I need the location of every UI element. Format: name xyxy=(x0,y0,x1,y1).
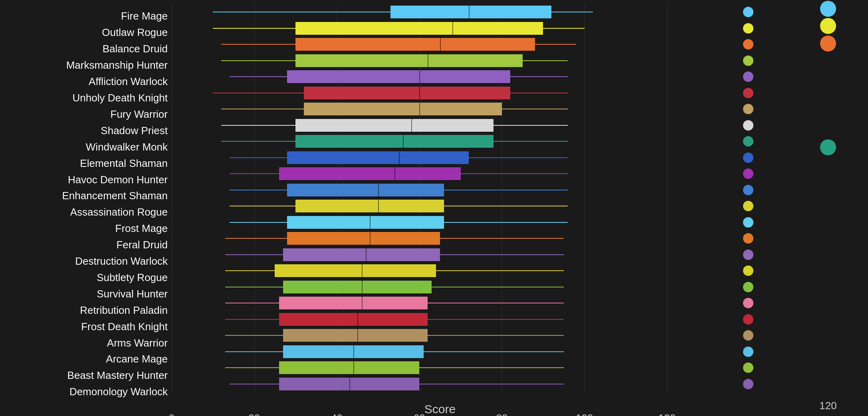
plot-area: 020406080100120 Score xyxy=(172,0,708,416)
iqr-box xyxy=(295,22,543,35)
box-row xyxy=(172,247,708,263)
box-row xyxy=(172,327,708,343)
median-line xyxy=(440,38,441,51)
legend-dot xyxy=(743,282,753,292)
y-label: Feral Druid xyxy=(116,240,168,250)
iqr-box xyxy=(287,216,444,229)
iqr-box xyxy=(275,264,436,277)
y-label: Arms Warrior xyxy=(107,338,168,348)
iqr-box xyxy=(283,329,428,342)
iqr-box xyxy=(295,38,535,51)
iqr-box xyxy=(295,135,493,148)
box-row xyxy=(172,198,708,214)
median-line xyxy=(394,167,395,180)
legend-dot xyxy=(743,168,753,179)
x-axis-label: 120 xyxy=(658,412,676,416)
iqr-box xyxy=(279,167,461,180)
median-line xyxy=(362,264,363,277)
x-axis-label: 60 xyxy=(414,412,425,416)
box-row xyxy=(172,230,708,246)
legend-dot xyxy=(743,55,753,66)
median-line xyxy=(362,281,363,293)
box-row xyxy=(172,376,708,392)
iqr-box xyxy=(287,70,510,83)
y-label: Unholy Death Knight xyxy=(73,93,168,103)
iqr-box xyxy=(279,313,428,326)
box-row xyxy=(172,150,708,166)
median-line xyxy=(469,6,470,18)
median-line xyxy=(378,184,379,196)
legend-dot xyxy=(743,71,753,82)
y-label: Affliction Warlock xyxy=(89,76,168,87)
y-label: Shadow Priest xyxy=(101,125,168,136)
box-row xyxy=(172,214,708,230)
y-label: Demonology Warlock xyxy=(69,386,168,397)
median-line xyxy=(419,70,420,83)
box-row xyxy=(172,182,708,198)
x-axis-label: 80 xyxy=(496,412,508,416)
box-row xyxy=(172,360,708,376)
legend-dot xyxy=(743,153,753,163)
y-label: Balance Druid xyxy=(103,44,168,54)
iqr-box xyxy=(283,248,440,261)
legend-dot xyxy=(743,347,753,357)
iqr-box xyxy=(295,200,444,212)
iqr-box xyxy=(279,361,420,374)
iqr-box xyxy=(287,232,440,245)
legend-dot xyxy=(743,23,753,34)
chart-container: Fire MageOutlaw RogueBalance DruidMarksm… xyxy=(0,0,868,416)
y-label: Elemental Shaman xyxy=(80,158,168,168)
box-row xyxy=(172,295,708,311)
boxes-area xyxy=(172,4,708,392)
dot-area xyxy=(708,0,788,416)
outlier-dot xyxy=(820,1,836,17)
legend-dot xyxy=(743,104,753,114)
legend-dot xyxy=(743,379,753,389)
y-label: Enhancement Shaman xyxy=(62,190,168,201)
iqr-box xyxy=(283,281,432,293)
legend-dot xyxy=(743,185,753,195)
legend-dot xyxy=(743,314,753,325)
y-label: Havoc Demon Hunter xyxy=(68,174,168,185)
box-row xyxy=(172,344,708,360)
legend-dot xyxy=(743,201,753,211)
y-label: Subtlety Rogue xyxy=(97,272,168,283)
box-row xyxy=(172,117,708,133)
iqr-box xyxy=(304,87,510,99)
box-row xyxy=(172,263,708,279)
legend-dot xyxy=(743,217,753,228)
median-line xyxy=(378,200,379,212)
legend-dot xyxy=(743,363,753,373)
iqr-box xyxy=(295,119,493,132)
box-row xyxy=(172,53,708,69)
x-axis-title: Score xyxy=(424,402,456,416)
iqr-box xyxy=(279,297,428,309)
median-line xyxy=(419,87,420,99)
legend-dot xyxy=(743,88,753,98)
y-label: Retribution Paladin xyxy=(80,305,168,315)
legend-dot xyxy=(743,250,753,260)
y-label: Windwalker Monk xyxy=(86,142,168,152)
legend-dot xyxy=(743,298,753,308)
legend-dot xyxy=(743,136,753,147)
median-line xyxy=(353,361,354,374)
y-labels: Fire MageOutlaw RogueBalance DruidMarksm… xyxy=(0,0,172,416)
median-line xyxy=(411,119,412,132)
median-line xyxy=(353,345,354,358)
chart-area: Fire MageOutlaw RogueBalance DruidMarksm… xyxy=(0,0,868,416)
median-line xyxy=(349,378,350,390)
box-row xyxy=(172,20,708,36)
iqr-box xyxy=(287,151,469,164)
box-row xyxy=(172,279,708,295)
outlier-dot xyxy=(820,36,836,52)
box-row xyxy=(172,85,708,101)
y-label: Beast Mastery Hunter xyxy=(67,370,168,380)
iqr-box xyxy=(390,6,551,18)
x-axis-label: 40 xyxy=(331,412,343,416)
iqr-box xyxy=(295,54,523,67)
median-line xyxy=(362,297,363,309)
y-label: Marksmanship Hunter xyxy=(66,60,168,70)
y-label: Assassination Rogue xyxy=(70,207,168,217)
y-label: Frost Death Knight xyxy=(81,321,168,332)
legend-dot xyxy=(743,120,753,131)
